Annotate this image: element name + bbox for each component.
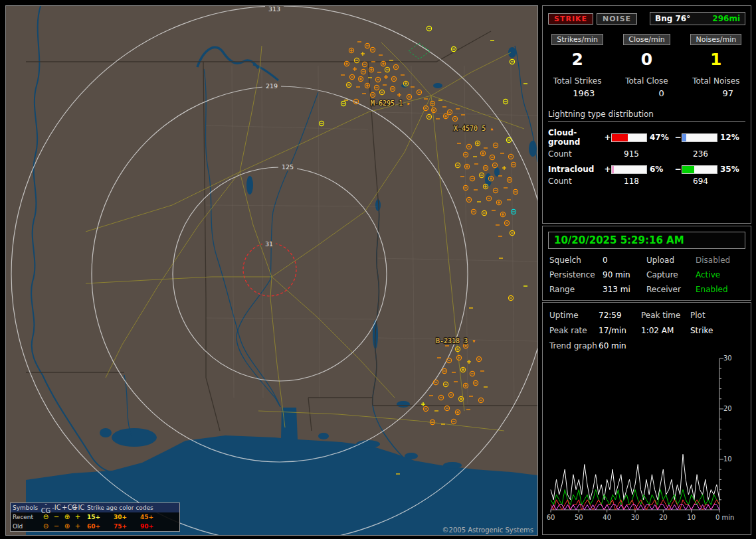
cloud-ground-plus-count: 915: [604, 149, 673, 159]
session-panel: Uptime 72:59 Peak time Plot Peak rate 17…: [542, 302, 751, 535]
pos-cg-icon: ⊕: [62, 514, 72, 520]
pos-ic-icon: +: [72, 523, 83, 530]
age-60: 60+: [83, 523, 110, 530]
capture-value: Active: [696, 270, 744, 279]
bearing-label: Bng 76°: [655, 14, 690, 23]
datetime-display: 10/20/2025 5:29:16 AM: [548, 232, 745, 249]
noise-indicator: NOISE: [597, 13, 637, 25]
legend-row-recent: Recent: [11, 514, 41, 520]
legend-age-header: Strike age color codes: [83, 504, 179, 511]
trend-x-labels: 6050403020100 min: [547, 514, 734, 521]
cloud-ground-minus-bar: [682, 133, 717, 142]
squelch-label: Squelch: [549, 256, 603, 265]
bearing-range: 296mi: [712, 14, 740, 23]
total-strikes-value: 1963: [543, 88, 612, 98]
age-75: 75+: [110, 523, 136, 530]
minus-sign: −: [674, 165, 682, 174]
cloud-ground-plus-pct: 47%: [647, 133, 674, 142]
total-noises-label: Total Noises: [682, 76, 751, 86]
storm-cell-labels: M-6295 1 ▸X-4570 5 ▴B-2318 3 ▾: [371, 100, 494, 345]
peak-time-label: Peak time: [641, 311, 690, 320]
intracloud-plus-count: 118: [604, 177, 673, 186]
status-panel: 10/20/2025 5:29:16 AM Squelch 0 Upload D…: [542, 226, 751, 301]
total-strikes-label: Total Strikes: [543, 76, 612, 86]
svg-text:X-4570 5 ▴: X-4570 5 ▴: [454, 125, 494, 132]
legend-col-pos-ic: +IC: [72, 504, 83, 511]
peak-rate-label: Peak rate: [549, 326, 599, 335]
count-label: Count: [548, 177, 604, 186]
strikes-layer: [319, 26, 527, 474]
trend-graph: 102030 6050403020100 min: [547, 354, 745, 528]
peak-rate-value: 17/min: [599, 326, 641, 335]
svg-text:M-6295 1 ▸: M-6295 1 ▸: [371, 100, 411, 107]
strikes-per-min-value: 2: [543, 51, 612, 68]
trend-axes: [551, 358, 719, 510]
age-30: 30+: [110, 514, 136, 520]
plot-label: Plot: [690, 311, 744, 320]
peak-time-value: 1:02 AM: [641, 326, 690, 335]
trend-series: [551, 454, 719, 510]
svg-text:50: 50: [575, 514, 583, 521]
cloud-ground-plus-bar: [611, 133, 647, 142]
uptime-value: 72:59: [599, 311, 641, 320]
ring-label-125: 125: [282, 163, 294, 171]
svg-text:40: 40: [603, 514, 611, 521]
age-90: 90+: [136, 523, 163, 530]
trend-y-labels: 102030: [723, 354, 732, 463]
neg-ic-icon: −: [51, 523, 62, 530]
distribution-title: Lightning type distribution: [548, 110, 745, 122]
pos-cg-icon: ⊕: [62, 523, 72, 530]
capture-label: Capture: [646, 270, 696, 279]
total-noises-value: 97: [682, 88, 751, 98]
squelch-value: 0: [603, 256, 646, 265]
noises-per-min-label: Noises/min: [690, 34, 741, 45]
svg-text:30: 30: [723, 354, 732, 362]
trend-graph-label: Trend graph: [549, 341, 599, 350]
intracloud-minus-pct: 35%: [717, 165, 745, 174]
minus-sign: −: [674, 133, 682, 142]
strike-stats-panel: STRIKE NOISE Bng 76° 296mi Strikes/min 2…: [542, 5, 751, 224]
upload-label: Upload: [646, 256, 696, 265]
app-window: 313 219 125 31 M-6295 1 ▸X-4570 5 ▴B-231…: [0, 0, 756, 539]
copyright-text: ©2005 Astrogenic Systems: [442, 526, 533, 534]
intracloud-label: Intracloud: [548, 165, 604, 174]
svg-text:10: 10: [723, 455, 732, 463]
map-graphic: 313 219 125 31 M-6295 1 ▸X-4570 5 ▴B-231…: [6, 6, 537, 535]
svg-text:20: 20: [723, 405, 732, 412]
roads-layer: [86, 42, 524, 431]
svg-text:60: 60: [547, 514, 555, 521]
svg-text:0 min: 0 min: [715, 514, 734, 521]
svg-text:10: 10: [687, 514, 696, 521]
ring-label-219: 219: [266, 82, 278, 90]
range-value: 313 mi: [603, 285, 646, 294]
trend-ticks: [551, 358, 723, 512]
cloud-ground-minus-pct: 12%: [717, 133, 745, 142]
ring-label-313: 313: [268, 6, 280, 13]
intracloud-minus-bar: [682, 165, 717, 174]
total-close-label: Total Close: [612, 76, 681, 86]
cloud-ground-minus-count: 236: [673, 149, 742, 159]
count-label: Count: [548, 149, 604, 159]
svg-text:30: 30: [631, 514, 640, 521]
uptime-label: Uptime: [549, 311, 599, 320]
plus-sign: +: [604, 133, 611, 142]
persistence-value: 90 min: [603, 270, 646, 279]
intracloud-plus-bar: [611, 165, 647, 174]
neg-ic-icon: −: [51, 514, 62, 520]
noises-per-min-value: 1: [682, 51, 751, 68]
intracloud-minus-count: 694: [673, 177, 742, 186]
neg-cg-icon: ⊖: [41, 523, 51, 530]
plus-sign: +: [604, 165, 611, 174]
range-label: Range: [549, 285, 603, 294]
cloud-ground-label: Cloud-ground: [548, 128, 604, 147]
ring-labels: 313 219 125 31: [262, 6, 297, 248]
pos-ic-icon: +: [72, 514, 83, 520]
age-15: 15+: [83, 514, 110, 520]
svg-text:20: 20: [659, 514, 668, 521]
strikes-per-min-label: Strikes/min: [551, 34, 603, 45]
receiver-label: Receiver: [646, 285, 696, 294]
bearing-box: Bng 76° 296mi: [650, 12, 745, 25]
close-per-min-label: Close/min: [623, 34, 670, 45]
svg-text:B-2318 3 ▾: B-2318 3 ▾: [436, 337, 476, 345]
map-canvas[interactable]: 313 219 125 31 M-6295 1 ▸X-4570 5 ▴B-231…: [5, 5, 538, 536]
